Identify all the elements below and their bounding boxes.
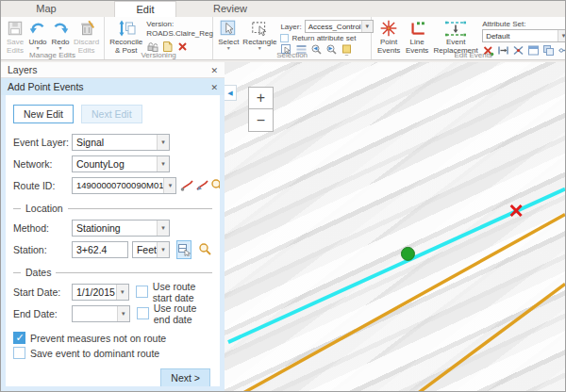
- station-input[interactable]: 3+62.4: [72, 241, 128, 258]
- tab-review[interactable]: Review: [199, 1, 261, 17]
- undo-icon: [28, 19, 47, 38]
- rectangle-dropdown-caret[interactable]: ▾: [258, 46, 261, 50]
- line-events-icon: [408, 19, 426, 38]
- ribbon-tab-bar: Map Edit Review: [1, 1, 565, 17]
- save-icon: [6, 19, 25, 38]
- reconcile-icon: [117, 19, 136, 38]
- point-events-button[interactable]: Point Events: [375, 19, 403, 55]
- zoom-to-station-icon[interactable]: [197, 240, 212, 259]
- station-label: Station:: [13, 244, 72, 255]
- panel-close-icon[interactable]: [210, 81, 218, 92]
- line-events-button[interactable]: Line Events: [403, 19, 431, 55]
- map-features-layer[interactable]: [225, 62, 565, 391]
- select-button[interactable]: Select ▾: [216, 19, 241, 50]
- reconcile-post-button[interactable]: Reconcile & Post: [108, 19, 144, 55]
- select-tool-icon: [219, 19, 238, 38]
- event-layer-label: Event Layer:: [13, 137, 72, 148]
- end-date-label: End Date:: [13, 308, 72, 319]
- version-label: Version:: [146, 20, 213, 28]
- network-label: Network:: [13, 158, 72, 170]
- attribute-set-label: Attribute Set:: [482, 20, 566, 28]
- network-combobox[interactable]: CountyLog: [72, 155, 170, 172]
- next-edit-button[interactable]: Next Edit: [81, 105, 142, 123]
- use-route-end-date-label: Use route end date: [154, 302, 212, 325]
- layers-pane-header[interactable]: Layers: [1, 62, 225, 78]
- end-date-dropdown-arrow[interactable]: [117, 306, 129, 321]
- save-to-dominant-route-checkbox[interactable]: [13, 347, 25, 359]
- layers-close-icon[interactable]: [210, 64, 218, 75]
- road-line-1[interactable]: [243, 215, 565, 391]
- save-to-dominant-route-label: Save event to dominant route: [30, 348, 159, 359]
- app-window: Map Edit Review Save Edits Undo ▾: [0, 0, 566, 392]
- add-point-events-panel: Layers Add Point Events New Edit Next Ed…: [1, 62, 225, 391]
- attribute-set-combobox[interactable]: Default: [482, 29, 566, 42]
- group-selection: Select ▾ Rectangle ▾ Layer: Access_Contr…: [213, 17, 372, 59]
- location-section-header: Location: [13, 203, 212, 214]
- start-date-label: Start Date:: [13, 286, 72, 298]
- group-versioning: Reconcile & Post Version: ROADS.Claire_R…: [105, 17, 213, 59]
- prevent-measures-checkbox[interactable]: [13, 332, 25, 344]
- rectangle-select-button[interactable]: Rectangle ▾: [241, 19, 278, 50]
- group-label-edit-events: Edit Events: [372, 51, 566, 59]
- zoom-out-button[interactable]: −: [248, 109, 274, 132]
- map-view[interactable]: ◀ + −: [225, 62, 565, 391]
- method-dropdown-arrow[interactable]: [157, 220, 169, 236]
- zoom-to-route-icon[interactable]: ▾: [210, 176, 225, 195]
- use-route-start-date-label: Use route start date: [153, 281, 212, 303]
- select-route-on-map-icon[interactable]: [180, 176, 194, 195]
- end-date-picker[interactable]: [72, 305, 130, 322]
- map-zoom-control: + −: [248, 87, 274, 132]
- start-date-picker[interactable]: 1/1/2015: [72, 284, 129, 301]
- trash-icon: [77, 19, 96, 38]
- route-id-label: Route ID:: [13, 180, 72, 191]
- method-label: Method:: [13, 222, 72, 234]
- prevent-measures-label: Prevent measures not on route: [30, 333, 166, 344]
- event-replacement-button[interactable]: Event Replacement: [431, 19, 480, 55]
- undo-button[interactable]: Undo ▾: [26, 19, 49, 50]
- use-route-end-date-checkbox[interactable]: [137, 307, 149, 319]
- select-route-from-selection-icon[interactable]: [195, 176, 209, 195]
- tab-map[interactable]: Map: [16, 1, 76, 17]
- group-label-versioning: Versioning: [105, 51, 212, 59]
- group-label-selection: Selection: [213, 51, 371, 59]
- group-manage-edits: Save Edits Undo ▾ Redo ▾: [1, 17, 105, 59]
- start-date-dropdown-arrow[interactable]: [116, 285, 128, 300]
- panel-collapse-button[interactable]: ◀: [225, 85, 237, 101]
- rectangle-select-icon: [250, 19, 269, 38]
- return-attribute-set-checkbox[interactable]: [280, 34, 289, 42]
- layer-combobox[interactable]: Access_Control: [305, 20, 374, 33]
- station-unit-combobox[interactable]: Feet: [132, 241, 170, 258]
- event-layer-combobox[interactable]: Signal: [72, 134, 170, 151]
- save-edits-button[interactable]: Save Edits: [4, 19, 26, 55]
- group-label-manage-edits: Manage Edits: [1, 51, 104, 59]
- use-route-start-date-checkbox[interactable]: [136, 286, 148, 298]
- group-edit-events: Point Events Line Events: [372, 17, 566, 59]
- panel-title: Add Point Events: [8, 81, 84, 92]
- layer-label: Layer:: [280, 23, 301, 31]
- route-id-dropdown-arrow[interactable]: [163, 178, 175, 193]
- station-unit-dropdown-arrow[interactable]: [157, 242, 169, 257]
- dates-section-header: Dates: [13, 267, 212, 278]
- added-point-event-marker[interactable]: [401, 247, 414, 260]
- redo-dropdown-caret[interactable]: ▾: [58, 46, 61, 50]
- layer-dropdown-arrow[interactable]: [361, 21, 373, 32]
- tab-edit[interactable]: Edit: [114, 1, 176, 17]
- panel-title-bar[interactable]: Add Point Events: [1, 78, 225, 95]
- point-events-icon: [379, 19, 398, 38]
- discard-edits-button[interactable]: Discard Edits: [72, 19, 101, 55]
- attribute-set-dropdown-arrow[interactable]: [558, 30, 566, 41]
- redo-button[interactable]: Redo ▾: [49, 19, 72, 50]
- pick-station-on-map-icon[interactable]: [176, 240, 191, 259]
- network-dropdown-arrow[interactable]: [157, 156, 169, 172]
- return-attribute-set-label: Return attribute set: [291, 34, 356, 42]
- event-layer-dropdown-arrow[interactable]: [157, 135, 169, 150]
- event-replacement-icon: [443, 19, 468, 38]
- select-dropdown-caret[interactable]: ▾: [227, 46, 230, 50]
- route-id-combobox[interactable]: 14900000700090M01: [72, 177, 176, 194]
- method-combobox[interactable]: Stationing: [72, 220, 170, 237]
- undo-dropdown-caret[interactable]: ▾: [36, 46, 39, 50]
- new-edit-button[interactable]: New Edit: [13, 105, 74, 123]
- zoom-in-button[interactable]: +: [248, 87, 274, 109]
- road-line-2[interactable]: [418, 284, 565, 391]
- next-button[interactable]: Next >: [160, 368, 210, 387]
